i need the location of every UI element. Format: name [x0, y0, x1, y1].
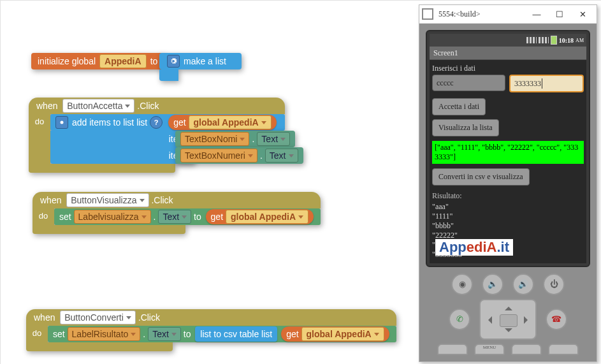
- variable-ref[interactable]: global AppediA: [301, 327, 384, 341]
- label: do: [33, 328, 41, 342]
- label: do: [39, 211, 48, 225]
- minimize-button[interactable]: —: [525, 10, 548, 19]
- gear-icon[interactable]: [55, 116, 68, 129]
- item-slot-1: item: [50, 131, 194, 147]
- camera-button[interactable]: ◉: [451, 273, 473, 295]
- input-value: ccccc: [437, 78, 454, 88]
- watermark: AppediA.it: [435, 239, 513, 256]
- label: to: [184, 329, 191, 339]
- component-dropdown[interactable]: Labelvisualizza: [74, 210, 151, 224]
- app-titlebar: Screen1: [430, 47, 586, 60]
- block-get-global[interactable]: get global AppediA: [168, 115, 277, 130]
- chevron-down-icon: [240, 138, 245, 141]
- chevron-down-icon: [131, 333, 136, 336]
- block-get-global[interactable]: get global AppediA: [206, 209, 314, 224]
- block-list-to-csv[interactable]: list to csv table list: [195, 326, 277, 342]
- chevron-down-icon: [280, 138, 286, 141]
- dropdown-text: Text: [261, 134, 278, 144]
- variable-name[interactable]: AppediA: [99, 54, 147, 68]
- back-cap[interactable]: [511, 344, 542, 355]
- label: .Click: [138, 312, 160, 323]
- label: initialize global: [38, 56, 96, 66]
- watermark-part: .it: [496, 239, 509, 255]
- phone-frame: 10:18 AM Screen1 Inserisci i dati ccccc …: [426, 30, 590, 267]
- menu-cap[interactable]: MENU: [474, 344, 505, 355]
- dropdown-text: global AppediA: [194, 117, 259, 127]
- help-icon[interactable]: ?: [150, 116, 163, 129]
- chevron-down-icon: [126, 316, 131, 319]
- do-gutter: do: [26, 326, 48, 342]
- close-button[interactable]: ✕: [571, 10, 594, 19]
- block-get-global[interactable]: get global AppediA: [281, 326, 389, 342]
- call-button[interactable]: ✆: [449, 309, 470, 330]
- label: .Click: [151, 195, 173, 205]
- component-dropdown[interactable]: LabelRisultato: [68, 327, 141, 341]
- hardware-panel: ◉ 🔈 🔊 ⏻ ✆ ☎ MENU: [426, 273, 590, 355]
- textbox-numeri[interactable]: 3333333: [509, 75, 584, 92]
- chevron-down-icon: [140, 199, 145, 202]
- dropdown-text: Labelvisualizza: [78, 212, 139, 222]
- maximize-button[interactable]: ☐: [548, 10, 571, 19]
- block-textboxnumeri-text[interactable]: TextBoxNumeri . Text: [175, 147, 303, 164]
- block-when-visualizza[interactable]: when ButtonVisualizza .Click do set Labe…: [33, 192, 321, 234]
- dropdown-text: TextBoxNumeri: [185, 150, 245, 161]
- component-dropdown[interactable]: TextBoxNomi: [180, 132, 249, 146]
- variable-ref[interactable]: global AppediA: [189, 115, 272, 129]
- block-when-converti[interactable]: when ButtonConverti .Click do set LabelR…: [26, 309, 396, 351]
- item-slot-2: item: [50, 147, 194, 164]
- block-initialize-global[interactable]: initialize global AppediA to: [31, 53, 164, 69]
- dpad-left-icon: [484, 316, 492, 324]
- component-dropdown[interactable]: ButtonAccetta: [62, 99, 134, 113]
- button-visualizza[interactable]: Visualizza la lista: [432, 119, 499, 136]
- window-titlebar[interactable]: 5554:<build> — ☐ ✕: [419, 5, 597, 24]
- window-title: 5554:<build>: [438, 10, 525, 19]
- label: get: [211, 212, 223, 222]
- watermark-part: ediA: [467, 239, 497, 255]
- block-set-labelvisualizza[interactable]: set Labelvisualizza . Text to get global…: [54, 208, 321, 225]
- input-value: 3333333: [514, 79, 541, 89]
- home-cap[interactable]: [437, 344, 468, 355]
- component-dropdown[interactable]: ButtonVisualizza: [66, 193, 148, 207]
- dpad-up-icon: [505, 303, 512, 310]
- component-dropdown[interactable]: ButtonConverti: [60, 310, 136, 324]
- property-dropdown[interactable]: Text: [148, 327, 181, 341]
- clock-ampm: AM: [576, 38, 584, 43]
- dropdown-text: ButtonAccetta: [67, 101, 122, 111]
- dpad[interactable]: [479, 299, 537, 340]
- dpad-center[interactable]: [500, 314, 518, 327]
- chevron-down-icon: [298, 215, 303, 219]
- dropdown-text: Text: [152, 329, 169, 339]
- variable-ref[interactable]: global AppediA: [226, 210, 308, 224]
- gear-icon[interactable]: [167, 55, 180, 68]
- textbox-nomi[interactable]: ccccc: [432, 75, 505, 91]
- endcall-button[interactable]: ☎: [546, 309, 567, 330]
- property-dropdown[interactable]: Text: [158, 210, 191, 224]
- dropdown-text: Text: [270, 150, 286, 161]
- block-textboxnomi-text[interactable]: TextBoxNomi . Text: [175, 131, 295, 147]
- property-dropdown[interactable]: Text: [257, 132, 290, 146]
- dropdown-text: ButtonVisualizza: [71, 195, 136, 205]
- chevron-down-icon: [171, 333, 177, 336]
- volume-down-button[interactable]: 🔈: [482, 273, 503, 295]
- chevron-down-icon: [289, 154, 294, 157]
- workspace: { "blocks": { "init": { "prefix": "initi…: [0, 0, 601, 364]
- dpad-down-icon: [505, 328, 512, 336]
- label: do: [35, 117, 44, 164]
- button-accetta[interactable]: Accetta i dati: [432, 98, 486, 115]
- search-cap[interactable]: [548, 344, 579, 355]
- do-gutter: do: [29, 114, 50, 164]
- block-set-labelrisultato[interactable]: set LabelRisultato . Text to list to csv…: [48, 326, 396, 342]
- block-make-a-list[interactable]: make a list: [159, 53, 242, 81]
- label: add items to list list: [72, 117, 147, 127]
- power-button[interactable]: ⏻: [543, 273, 565, 295]
- component-dropdown[interactable]: TextBoxNumeri: [180, 149, 257, 163]
- caret-icon: [542, 78, 542, 89]
- list-tail: [159, 69, 178, 81]
- chevron-down-icon: [261, 121, 266, 124]
- button-converti[interactable]: Converti in csv e visualizza: [432, 168, 530, 186]
- volume-up-button[interactable]: 🔊: [512, 273, 534, 295]
- block-add-items-to-list[interactable]: add items to list list ? get global Appe…: [50, 114, 285, 131]
- property-dropdown[interactable]: Text: [265, 149, 298, 163]
- chevron-down-icon: [248, 154, 253, 157]
- emulator-body: 10:18 AM Screen1 Inserisci i dati ccccc …: [419, 24, 597, 361]
